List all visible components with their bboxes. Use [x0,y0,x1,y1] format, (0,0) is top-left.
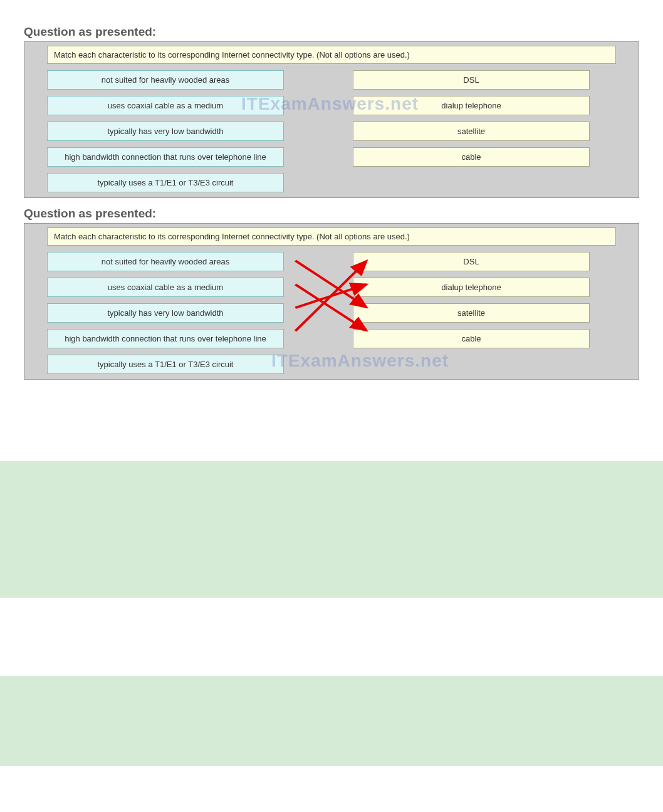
question-section-2: Question as presented: Match each charac… [0,207,663,380]
columns-wrapper: not suited for heavily wooded areas uses… [47,70,616,192]
right-option[interactable]: dialup telephone [353,278,590,297]
right-column: DSL dialup telephone satellite cable [353,252,590,374]
left-option[interactable]: typically has very low bandwidth [47,303,284,323]
right-column: DSL dialup telephone satellite cable [353,70,590,192]
right-option[interactable]: satellite [353,122,590,141]
left-column: not suited for heavily wooded areas uses… [47,70,284,192]
columns-wrapper: not suited for heavily wooded areas uses… [47,252,616,374]
green-band [0,461,663,598]
right-option[interactable]: cable [353,147,590,167]
question-heading: Question as presented: [24,25,639,39]
left-option[interactable]: not suited for heavily wooded areas [47,252,284,271]
question-heading: Question as presented: [24,207,639,221]
left-option[interactable]: uses coaxial cable as a medium [47,96,284,115]
right-option[interactable]: DSL [353,70,590,90]
right-option[interactable]: satellite [353,303,590,323]
instruction-text: Match each characteristic to its corresp… [47,227,616,246]
left-option[interactable]: high bandwidth connection that runs over… [47,329,284,348]
question-section-1: Question as presented: Match each charac… [0,25,663,198]
left-option[interactable]: typically uses a T1/E1 or T3/E3 circuit [47,355,284,374]
left-column: not suited for heavily wooded areas uses… [47,252,284,374]
right-option[interactable]: cable [353,329,590,348]
instruction-text: Match each characteristic to its corresp… [47,46,616,64]
right-option[interactable]: DSL [353,252,590,271]
left-option[interactable]: typically has very low bandwidth [47,122,284,141]
question-panel: Match each characteristic to its corresp… [24,41,639,198]
left-option[interactable]: not suited for heavily wooded areas [47,70,284,90]
left-option[interactable]: typically uses a T1/E1 or T3/E3 circuit [47,173,284,192]
right-option[interactable]: dialup telephone [353,96,590,115]
green-band [0,676,663,766]
left-option[interactable]: uses coaxial cable as a medium [47,278,284,297]
question-panel: Match each characteristic to its corresp… [24,223,639,380]
left-option[interactable]: high bandwidth connection that runs over… [47,147,284,167]
